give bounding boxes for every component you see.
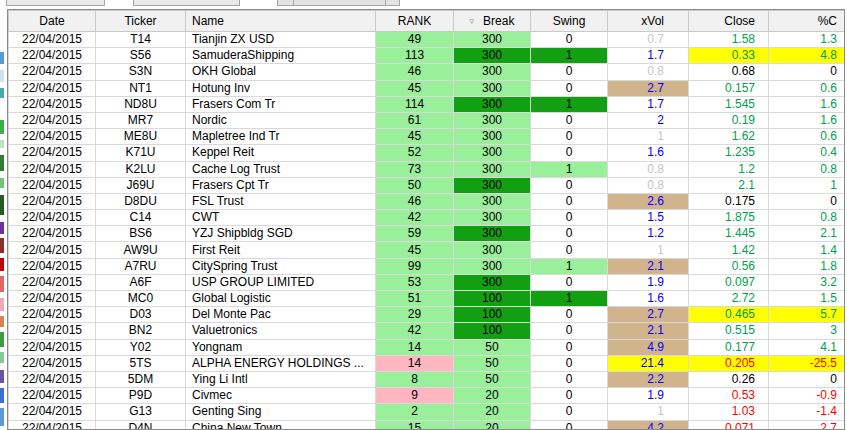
cell-xvol[interactable]: 1 — [608, 404, 689, 420]
cell-pct[interactable]: 2.1 — [769, 226, 845, 242]
table-row[interactable]: 22/04/2015G13Genting Sing220011.03-1.4 — [9, 404, 845, 420]
cell-break[interactable]: 300 — [454, 177, 531, 193]
cell-ticker[interactable]: D03 — [96, 307, 186, 323]
cell-swing[interactable]: 0 — [531, 307, 608, 323]
cell-rank[interactable]: 9 — [376, 388, 454, 404]
cell-swing[interactable]: 0 — [531, 339, 608, 355]
cell-break[interactable]: 300 — [454, 32, 531, 48]
cell-break[interactable]: 300 — [454, 210, 531, 226]
cell-name[interactable]: Keppel Reit — [186, 145, 376, 161]
cell-name[interactable]: Hotung Inv — [186, 80, 376, 96]
cell-name[interactable]: Cache Log Trust — [186, 161, 376, 177]
cell-ticker[interactable]: D4N — [96, 420, 186, 430]
cell-name[interactable]: CWT — [186, 210, 376, 226]
table-row[interactable]: 22/04/2015Y02Yongnam145004.90.1774.1 — [9, 339, 845, 355]
cell-swing[interactable]: 0 — [531, 404, 608, 420]
cell-pct[interactable]: 1.6 — [769, 96, 845, 112]
cell-rank[interactable]: 59 — [376, 226, 454, 242]
cell-pct[interactable]: 1 — [769, 177, 845, 193]
cell-xvol[interactable]: 0.8 — [608, 64, 689, 80]
cell-ticker[interactable]: Y02 — [96, 339, 186, 355]
cell-pct[interactable]: 0 — [769, 193, 845, 209]
cell-swing[interactable]: 0 — [531, 323, 608, 339]
cell-ticker[interactable]: A7RU — [96, 258, 186, 274]
table-row[interactable]: 22/04/2015MC0Global Logistic5110011.62.7… — [9, 291, 845, 307]
cell-xvol[interactable]: 2.1 — [608, 323, 689, 339]
cell-ticker[interactable]: T14 — [96, 32, 186, 48]
cell-swing[interactable]: 0 — [531, 420, 608, 430]
table-row[interactable]: 22/04/2015J69UFrasers Cpt Tr5030000.82.1… — [9, 177, 845, 193]
table-row[interactable]: 22/04/2015K71UKeppel Reit5230001.61.2350… — [9, 145, 845, 161]
cell-pct[interactable]: 3.2 — [769, 274, 845, 290]
column-header-break[interactable]: ▿Break — [454, 11, 531, 32]
column-header-close[interactable]: Close — [689, 11, 769, 32]
cell-pct[interactable]: 2.7 — [769, 420, 845, 430]
cell-swing[interactable]: 0 — [531, 226, 608, 242]
cell-break[interactable]: 300 — [454, 112, 531, 128]
column-header-swing[interactable]: Swing — [531, 11, 608, 32]
table-row[interactable]: 22/04/2015T14Tianjin ZX USD4930000.71.58… — [9, 32, 845, 48]
cell-swing[interactable]: 0 — [531, 210, 608, 226]
toolbar-control-fragment[interactable] — [6, 0, 105, 6]
table-row[interactable]: 22/04/2015AW9UFirst Reit45300011.421.4 — [9, 242, 845, 258]
cell-close[interactable]: 1.58 — [689, 32, 769, 48]
cell-rank[interactable]: 45 — [376, 242, 454, 258]
table-row[interactable]: 22/04/2015MR7Nordic61300020.191.6 — [9, 112, 845, 128]
cell-break[interactable]: 20 — [454, 388, 531, 404]
cell-close[interactable]: 0.515 — [689, 323, 769, 339]
cell-break[interactable]: 300 — [454, 129, 531, 145]
cell-name[interactable]: USP GROUP LIMITED — [186, 274, 376, 290]
cell-pct[interactable]: -25.5 — [769, 355, 845, 371]
cell-pct[interactable]: -0.9 — [769, 388, 845, 404]
cell-name[interactable]: Mapletree Ind Tr — [186, 129, 376, 145]
cell-xvol[interactable]: 0.8 — [608, 161, 689, 177]
cell-date[interactable]: 22/04/2015 — [9, 339, 96, 355]
toolbar-control-fragment[interactable] — [133, 0, 240, 6]
cell-close[interactable]: 1.2 — [689, 161, 769, 177]
cell-close[interactable]: 0.157 — [689, 80, 769, 96]
table-row[interactable]: 22/04/2015D4NChina New Town152004.20.071… — [9, 420, 845, 430]
cell-break[interactable]: 100 — [454, 291, 531, 307]
cell-rank[interactable]: 73 — [376, 161, 454, 177]
cell-close[interactable]: 1.445 — [689, 226, 769, 242]
cell-swing[interactable]: 0 — [531, 371, 608, 387]
cell-swing[interactable]: 1 — [531, 291, 608, 307]
cell-close[interactable]: 0.68 — [689, 64, 769, 80]
cell-rank[interactable]: 50 — [376, 177, 454, 193]
cell-date[interactable]: 22/04/2015 — [9, 242, 96, 258]
cell-rank[interactable]: 42 — [376, 210, 454, 226]
cell-break[interactable]: 50 — [454, 371, 531, 387]
cell-close[interactable]: 0.19 — [689, 112, 769, 128]
cell-date[interactable]: 22/04/2015 — [9, 161, 96, 177]
table-row[interactable]: 22/04/2015S56SamuderaShipping11330011.70… — [9, 48, 845, 64]
cell-xvol[interactable]: 2.6 — [608, 193, 689, 209]
cell-swing[interactable]: 0 — [531, 112, 608, 128]
cell-rank[interactable]: 49 — [376, 32, 454, 48]
cell-close[interactable]: 0.56 — [689, 258, 769, 274]
cell-xvol[interactable]: 4.2 — [608, 420, 689, 430]
cell-rank[interactable]: 42 — [376, 323, 454, 339]
cell-date[interactable]: 22/04/2015 — [9, 64, 96, 80]
cell-date[interactable]: 22/04/2015 — [9, 404, 96, 420]
cell-ticker[interactable]: C14 — [96, 210, 186, 226]
cell-date[interactable]: 22/04/2015 — [9, 112, 96, 128]
cell-date[interactable]: 22/04/2015 — [9, 291, 96, 307]
cell-ticker[interactable]: NT1 — [96, 80, 186, 96]
cell-pct[interactable]: 1.4 — [769, 242, 845, 258]
table-row[interactable]: 22/04/2015S3NOKH Global4630000.80.680 — [9, 64, 845, 80]
cell-ticker[interactable]: 5DM — [96, 371, 186, 387]
cell-rank[interactable]: 114 — [376, 96, 454, 112]
column-header-rank[interactable]: RANK — [376, 11, 454, 32]
cell-ticker[interactable]: D8DU — [96, 193, 186, 209]
cell-xvol[interactable]: 1.7 — [608, 96, 689, 112]
table-row[interactable]: 22/04/2015D03Del Monte Pac2910002.70.465… — [9, 307, 845, 323]
cell-swing[interactable]: 0 — [531, 32, 608, 48]
cell-rank[interactable]: 46 — [376, 193, 454, 209]
cell-ticker[interactable]: AW9U — [96, 242, 186, 258]
table-row[interactable]: 22/04/2015BN2Valuetronics4210002.10.5153 — [9, 323, 845, 339]
cell-name[interactable]: Frasers Cpt Tr — [186, 177, 376, 193]
cell-ticker[interactable]: ND8U — [96, 96, 186, 112]
cell-rank[interactable]: 8 — [376, 371, 454, 387]
cell-date[interactable]: 22/04/2015 — [9, 258, 96, 274]
cell-name[interactable]: Tianjin ZX USD — [186, 32, 376, 48]
